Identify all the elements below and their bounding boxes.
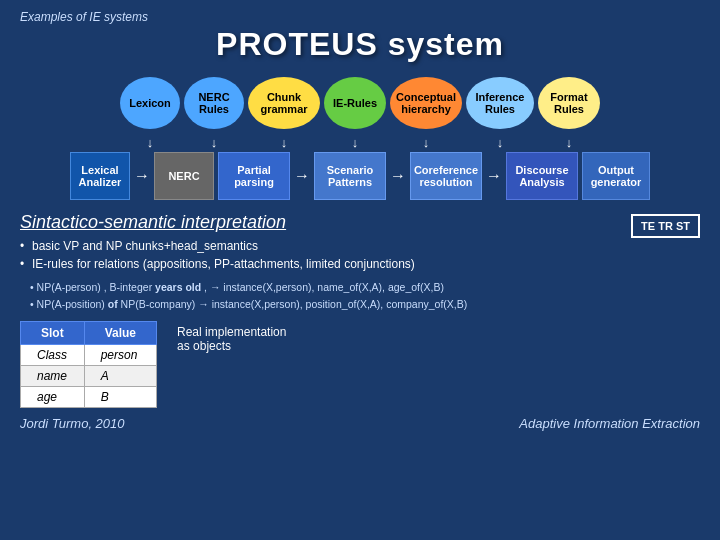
arrow-down-nerc: ↓ xyxy=(184,135,244,150)
sintactico-text: Sintactico-semantic interpretation basic… xyxy=(20,212,623,273)
rect-partial-parsing: Partial parsing xyxy=(218,152,290,200)
np-rule-1: • NP(A-person) , B-integer years old , →… xyxy=(30,279,700,296)
table-row: age B xyxy=(21,386,157,407)
subtitle: Examples of IE systems xyxy=(20,10,700,24)
oval-chunk-grammar: Chunk grammar xyxy=(248,77,320,129)
rect-coreference-resolution: Coreference resolution xyxy=(410,152,482,200)
np-rules: • NP(A-person) , B-integer years old , →… xyxy=(20,279,700,313)
oval-lexicon: Lexicon xyxy=(120,77,180,129)
real-implementation: Real implementation as objects xyxy=(177,325,286,353)
arrow-right-4: → xyxy=(486,167,502,185)
table-row: Class person xyxy=(21,344,157,365)
col-value: Value xyxy=(84,321,156,344)
sintactico-section: Sintactico-semantic interpretation basic… xyxy=(20,212,700,273)
arrow-down-inf: ↓ xyxy=(466,135,534,150)
slide: Examples of IE systems PROTEUS system Le… xyxy=(0,0,720,540)
cell-slot-1: name xyxy=(21,365,85,386)
arrow-right-1: → xyxy=(134,167,150,185)
oval-inference-rules: Inference Rules xyxy=(466,77,534,129)
cell-value-0: person xyxy=(84,344,156,365)
footer-left: Jordi Turmo, 2010 xyxy=(20,416,125,431)
np-rule-2-bold-of: of xyxy=(108,298,118,310)
rect-output-generator: Output generator xyxy=(582,152,650,200)
arrow-right-3: → xyxy=(390,167,406,185)
rect-lexical-analizer: Lexical Analizer xyxy=(70,152,130,200)
oval-format-rules: Format Rules xyxy=(538,77,600,129)
arrow-right-2: → xyxy=(294,167,310,185)
cell-slot-2: age xyxy=(21,386,85,407)
data-table: Slot Value Class person name A age B xyxy=(20,321,157,408)
col-slot: Slot xyxy=(21,321,85,344)
cell-value-2: B xyxy=(84,386,156,407)
arrow-down-lexicon: ↓ xyxy=(120,135,180,150)
arrow-down-concept: ↓ xyxy=(390,135,462,150)
np-rule-2: • NP(A-position) of NP(B-company) → inst… xyxy=(30,296,700,313)
rect-discourse-analysis: Discourse Analysis xyxy=(506,152,578,200)
arrow-down-ie: ↓ xyxy=(324,135,386,150)
oval-conceptual-hierarchy: Conceptual hierarchy xyxy=(390,77,462,129)
te-tr-st-badge: TE TR ST xyxy=(631,214,700,238)
np-rule-1-bold: years old xyxy=(155,281,201,293)
table-row: name A xyxy=(21,365,157,386)
oval-nerc-rules: NERC Rules xyxy=(184,77,244,129)
footer: Jordi Turmo, 2010 Adaptive Information E… xyxy=(20,416,700,431)
cell-value-1: A xyxy=(84,365,156,386)
cell-slot-0: Class xyxy=(21,344,85,365)
rect-nerc: NERC xyxy=(154,152,214,200)
bottom-row: Lexical Analizer → NERC Partial parsing … xyxy=(20,152,700,200)
top-row: Lexicon NERC Rules Chunk grammar IE-Rule… xyxy=(20,77,700,129)
bullet-2: IE-rules for relations (appositions, PP-… xyxy=(20,255,623,273)
main-title: PROTEUS system xyxy=(20,26,700,63)
bullet-list: basic VP and NP chunks+head_semantics IE… xyxy=(20,237,623,273)
rect-scenario-patterns: Scenario Patterns xyxy=(314,152,386,200)
arrow-down-chunk: ↓ xyxy=(248,135,320,150)
sintactico-title: Sintactico-semantic interpretation xyxy=(20,212,623,233)
table-section: Slot Value Class person name A age B xyxy=(20,321,700,408)
oval-ie-rules: IE-Rules xyxy=(324,77,386,129)
footer-right: Adaptive Information Extraction xyxy=(519,416,700,431)
bullet-1: basic VP and NP chunks+head_semantics xyxy=(20,237,623,255)
arrow-down-format: ↓ xyxy=(538,135,600,150)
